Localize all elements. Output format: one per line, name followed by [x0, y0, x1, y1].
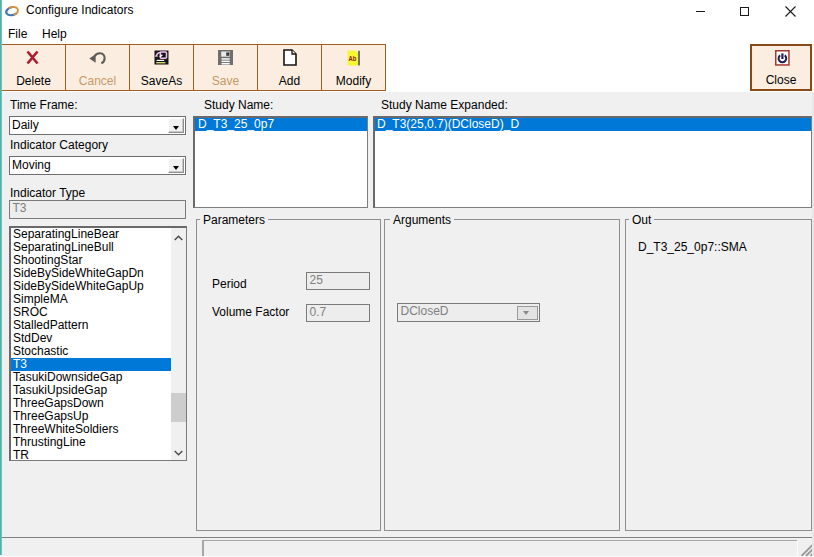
svg-text:Ab: Ab	[349, 54, 357, 63]
